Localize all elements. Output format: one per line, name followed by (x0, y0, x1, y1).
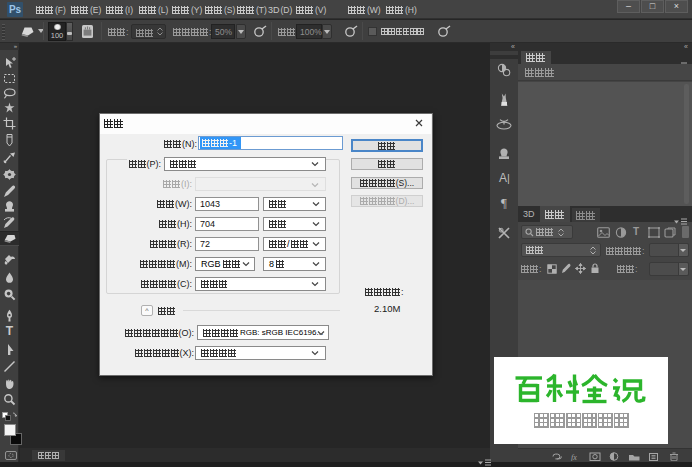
svg-text:fx: fx (571, 453, 577, 461)
